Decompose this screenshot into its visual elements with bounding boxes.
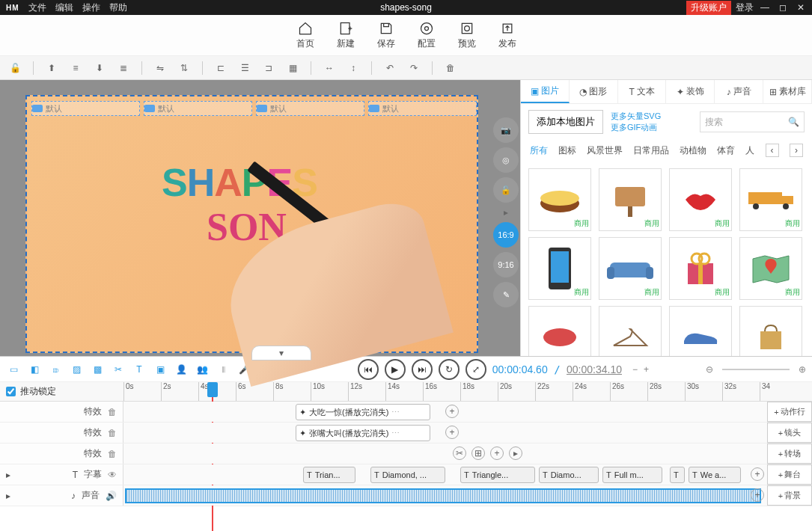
canvas-area[interactable]: 默认 默认 默认 默认 SHAPES SON ▾ 📷 ◎ 🔓 ▸ 16:9 9:… <box>0 80 520 356</box>
dist-v-icon[interactable]: ↕ <box>344 59 362 77</box>
asset-lips[interactable]: 商用 <box>669 168 732 231</box>
cat-scenery[interactable]: 风景世界 <box>587 144 623 157</box>
zoom-max[interactable]: ⊕ <box>799 364 806 375</box>
scene-box-2[interactable]: 默认 <box>144 101 252 116</box>
tb-home[interactable]: 首页 <box>296 21 314 50</box>
push-lock-checkbox[interactable] <box>6 387 16 396</box>
flip-v-icon[interactable]: ⇅ <box>175 59 193 77</box>
trash-icon[interactable]: 🗑 <box>442 59 460 77</box>
sb-unlock[interactable]: 🔓 <box>493 177 519 203</box>
tl-sq-icon[interactable]: ◧ <box>27 362 42 377</box>
visibility-icon[interactable]: 👁 <box>108 470 117 480</box>
play-next[interactable]: ⏭ <box>412 359 433 380</box>
asset-bowl[interactable]: 商用 <box>528 168 591 231</box>
menu-help[interactable]: 帮助 <box>109 1 127 14</box>
timeline-ruler[interactable]: 推动锁定 0s2s4s6s8s10s12s14s16s18s20s22s24s2… <box>0 382 812 402</box>
cat-people[interactable]: 人 <box>745 144 754 157</box>
tab-library[interactable]: ⊞素材库 <box>763 80 812 103</box>
delete-icon[interactable]: 🗑 <box>108 407 117 417</box>
cat-icon[interactable]: 图标 <box>558 144 576 157</box>
align-bot-icon[interactable]: ⬇ <box>91 59 109 77</box>
play-play[interactable]: ▶ <box>385 359 406 380</box>
asset-truck[interactable]: 商用 <box>739 168 802 231</box>
asset-gift[interactable]: 商用 <box>669 237 732 300</box>
align-top-icon[interactable]: ⬆ <box>43 59 61 77</box>
tl-img-icon[interactable]: ▣ <box>153 362 168 377</box>
align-center-icon[interactable]: ☰ <box>236 59 254 77</box>
asset-map[interactable]: 商用 <box>739 237 802 300</box>
fx-clip[interactable]: ✦张嘴大叫(播放完消失)⋯ <box>296 425 430 441</box>
audio-clip[interactable] <box>125 488 761 503</box>
cat-all[interactable]: 所有 <box>530 144 548 157</box>
zoom-out[interactable]: − <box>632 364 638 375</box>
cat-daily[interactable]: 日常用品 <box>633 144 669 157</box>
tb-publish[interactable]: 发布 <box>498 21 516 50</box>
tab-image[interactable]: ▣图片 <box>521 80 570 103</box>
duration-link[interactable]: 00:00:34.10 <box>567 363 622 375</box>
stage-row-btn[interactable]: + 舞台 <box>767 464 812 485</box>
align-right-icon[interactable]: ⊐ <box>260 59 278 77</box>
redo-icon[interactable]: ↷ <box>405 59 423 77</box>
asset-sofa[interactable]: 商用 <box>599 237 662 300</box>
sub-clip[interactable]: TTriangle... <box>460 467 535 483</box>
close-button[interactable]: ✕ <box>794 2 808 13</box>
tl-fx2-icon[interactable]: ▩ <box>90 362 105 377</box>
sub-clip[interactable]: TDiamo... <box>539 467 599 483</box>
bg-row-btn[interactable]: + 背景 <box>767 485 812 506</box>
asset-bag[interactable] <box>739 306 802 356</box>
tool-c[interactable]: + <box>490 446 504 460</box>
expand-icon[interactable]: ▸ <box>6 491 10 501</box>
tab-text[interactable]: T文本 <box>618 80 667 103</box>
asset-search[interactable]: 搜索🔍 <box>700 111 805 132</box>
zoom-in[interactable]: + <box>644 364 649 375</box>
sub-clip[interactable]: TDiamond, ... <box>370 467 445 483</box>
menu-action[interactable]: 操作 <box>82 1 100 14</box>
speaker-icon[interactable]: 🔊 <box>106 491 117 501</box>
canvas-bottom-tab[interactable]: ▾ <box>251 346 311 360</box>
delete-icon[interactable]: 🗑 <box>108 428 117 438</box>
cat-plant[interactable]: 动植物 <box>680 144 706 157</box>
fx-clip[interactable]: ✦大吃一惊(播放完消失)⋯ <box>296 404 430 420</box>
sb-expand[interactable]: ▸ <box>504 207 508 218</box>
upgrade-button[interactable]: 升级账户 <box>686 1 731 15</box>
sb-16-9[interactable]: 16:9 <box>493 222 519 248</box>
tl-eq-icon[interactable]: ⫴ <box>216 362 231 377</box>
scene-box-3[interactable]: 默认 <box>256 101 364 116</box>
add-audio[interactable]: + <box>751 488 764 502</box>
menu-file[interactable]: 文件 <box>28 1 46 14</box>
sub-clip[interactable]: TTrian... <box>303 467 355 483</box>
tab-shape[interactable]: ◔图形 <box>570 80 618 103</box>
flip-h-icon[interactable]: ⇋ <box>151 59 169 77</box>
tool-d[interactable]: ▸ <box>509 446 522 460</box>
tb-save[interactable]: 保存 <box>377 21 395 50</box>
sb-camera[interactable]: 📷 <box>493 117 519 143</box>
tl-text-icon[interactable]: T <box>132 362 147 377</box>
delete-icon[interactable]: 🗑 <box>108 449 117 459</box>
asset-mouth[interactable] <box>528 306 591 356</box>
asset-phone[interactable]: 商用 <box>528 237 591 300</box>
ruler-ticks[interactable]: 0s2s4s6s8s10s12s14s16s18s20s22s24s26s28s… <box>123 382 812 401</box>
action-row-btn[interactable]: + 动作行 <box>767 402 812 422</box>
login-button[interactable]: 登录 <box>736 1 754 14</box>
tab-sound[interactable]: ♪声音 <box>715 80 763 103</box>
add-sub[interactable]: + <box>751 467 764 481</box>
asset-sign[interactable]: 商用 <box>599 168 662 231</box>
cat-prev[interactable]: ‹ <box>766 144 779 157</box>
tool-b[interactable]: ⊞ <box>471 446 485 460</box>
scene-box-1[interactable]: 默认 <box>31 101 140 116</box>
tl-users-icon[interactable]: 👥 <box>195 362 210 377</box>
tb-preview[interactable]: 预览 <box>458 21 476 50</box>
transition-row-btn[interactable]: + 转场 <box>767 443 812 464</box>
dist-h-icon[interactable]: ↔ <box>320 59 338 77</box>
cat-sport[interactable]: 体育 <box>717 144 735 157</box>
sub-empty[interactable]: T <box>670 467 685 483</box>
menu-edit[interactable]: 编辑 <box>55 1 73 14</box>
link-gif[interactable]: 更多GIF动画 <box>611 122 661 133</box>
tl-fx-icon[interactable]: ▨ <box>69 362 84 377</box>
minimize-button[interactable]: — <box>758 2 772 13</box>
zoom-min[interactable]: ⊖ <box>706 364 713 375</box>
add-clip[interactable]: + <box>445 405 459 418</box>
camera-row-btn[interactable]: + 镜头 <box>767 423 812 443</box>
sb-edit[interactable]: ✎ <box>493 282 519 307</box>
playhead[interactable] <box>207 382 218 397</box>
